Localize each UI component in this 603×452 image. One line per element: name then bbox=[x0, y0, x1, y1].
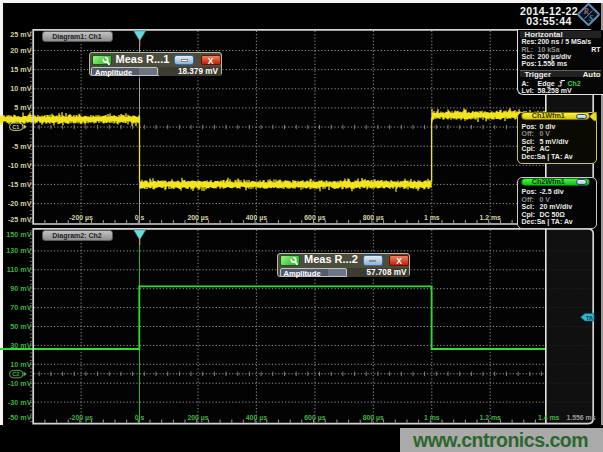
svg-text:-30 mV: -30 mV bbox=[8, 398, 32, 407]
svg-text:130 mV: 130 mV bbox=[6, 246, 31, 255]
svg-text:-50 mV: -50 mV bbox=[8, 413, 32, 422]
svg-text:20 mV: 20 mV bbox=[10, 46, 31, 55]
svg-text:800 µs: 800 µs bbox=[363, 214, 384, 222]
svg-text:600 µs: 600 µs bbox=[304, 414, 325, 422]
svg-text:C2: C2 bbox=[12, 371, 19, 377]
svg-text:1 ms: 1 ms bbox=[424, 214, 440, 221]
svg-text:-25 mV: -25 mV bbox=[8, 215, 32, 224]
svg-text:25 mV: 25 mV bbox=[10, 30, 31, 39]
svg-text:10 mV: 10 mV bbox=[10, 360, 31, 369]
svg-text:-10 mV: -10 mV bbox=[8, 379, 32, 388]
svg-text:1.2 ms: 1.2 ms bbox=[479, 414, 501, 421]
svg-text:400 µs: 400 µs bbox=[246, 414, 267, 422]
svg-text:110 mV: 110 mV bbox=[7, 265, 32, 274]
svg-text:0 s: 0 s bbox=[135, 214, 145, 221]
svg-text:S: S bbox=[589, 14, 594, 23]
svg-text:50 mV: 50 mV bbox=[10, 322, 31, 331]
svg-text:-15 mV: -15 mV bbox=[8, 180, 32, 189]
svg-text:-200 µs: -200 µs bbox=[69, 214, 93, 222]
svg-text:200 µs: 200 µs bbox=[187, 214, 208, 222]
svg-text:TA: TA bbox=[586, 315, 593, 321]
svg-text:1 ms: 1 ms bbox=[424, 414, 440, 421]
svg-text:15 mV: 15 mV bbox=[10, 65, 31, 74]
svg-text:C1: C1 bbox=[12, 124, 19, 130]
svg-text:1.2 ms: 1.2 ms bbox=[479, 214, 501, 221]
svg-text:30 mV: 30 mV bbox=[10, 341, 31, 350]
svg-text:-200 µs: -200 µs bbox=[69, 414, 93, 422]
svg-text:1.556 ms: 1.556 ms bbox=[566, 414, 595, 421]
svg-text:1.4 ms: 1.4 ms bbox=[538, 414, 560, 421]
svg-text:600 µs: 600 µs bbox=[304, 214, 325, 222]
svg-text:90 mV: 90 mV bbox=[10, 284, 31, 293]
svg-text:150 mV: 150 mV bbox=[6, 230, 31, 239]
svg-text:-5 mV: -5 mV bbox=[12, 142, 32, 151]
svg-text:800 µs: 800 µs bbox=[363, 414, 384, 422]
svg-text:200 µs: 200 µs bbox=[187, 414, 208, 422]
svg-text:0 s: 0 s bbox=[135, 414, 145, 421]
svg-text:400 µs: 400 µs bbox=[246, 214, 267, 222]
svg-text:-10 mV: -10 mV bbox=[8, 161, 32, 170]
svg-text:70 mV: 70 mV bbox=[10, 303, 31, 312]
svg-text:5 mV: 5 mV bbox=[14, 103, 31, 112]
svg-text:-20 mV: -20 mV bbox=[8, 199, 32, 208]
svg-text:10 mV: 10 mV bbox=[10, 84, 31, 93]
